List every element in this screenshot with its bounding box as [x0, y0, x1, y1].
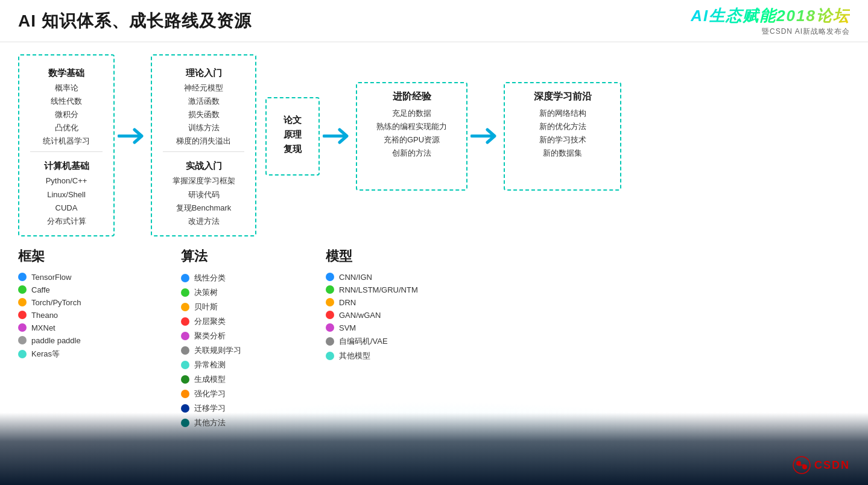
divider2: [163, 151, 244, 152]
math-items: 概率论线性代数微积分凸优化统计机器学习: [30, 81, 103, 148]
legend-item: 贝叶斯: [181, 302, 296, 312]
legend-dot: [18, 350, 27, 358]
header: AI 知识体系、成长路线及资源 AI生态赋能2018论坛 暨CSDN AI新战略…: [0, 0, 868, 42]
advanced-items: 充足的数据熟练的编程实现能力充裕的GPU资源创新的方法: [368, 107, 455, 160]
model-section: 模型 CNN/IGNRNN/LSTM/GRU/NTMDRNGAN/wGANSVM…: [296, 247, 850, 365]
arrow2: [320, 125, 356, 147]
theory-item: 损失函数: [163, 108, 244, 121]
deep-title: 深度学习前沿: [516, 90, 609, 103]
page-title: AI 知识体系、成长路线及资源: [18, 10, 252, 33]
math-title: 数学基础: [30, 68, 103, 79]
legend-dot: [181, 288, 189, 297]
theory-item: 激活函数: [163, 95, 244, 108]
legend-label: 强化学习: [194, 388, 226, 399]
practice-item: 研读代码: [163, 188, 244, 201]
legend-label: 迁移学习: [194, 403, 226, 414]
algorithm-section: 算法 线性分类决策树贝叶斯分层聚类聚类分析关联规则学习异常检测生成模型强化学习迁…: [163, 247, 296, 432]
legend-label: paddle paddle: [31, 336, 81, 345]
advanced-title: 进阶经验: [368, 90, 455, 103]
legend-item: DRN: [326, 298, 850, 307]
theory-item: 梯度的消失溢出: [163, 135, 244, 148]
deep-item: 新的网络结构: [516, 107, 609, 120]
theory-item: 神经元模型: [163, 81, 244, 95]
math-cs-box: 数学基础 概率论线性代数微积分凸优化统计机器学习 计算机基础 Python/C+…: [18, 54, 115, 236]
legend-dot: [18, 336, 27, 344]
legend-label: 其他方法: [194, 417, 226, 428]
legend-dot: [18, 298, 27, 306]
math-item: 凸优化: [30, 121, 103, 135]
legend-label: SVM: [339, 323, 356, 332]
legend-label: 聚类分析: [194, 331, 226, 341]
paper-box: 论文原理复现: [265, 97, 320, 176]
legend-label: Keras等: [31, 349, 60, 360]
legend-label: Torch/PyTorch: [31, 298, 81, 307]
legend-item: 线性分类: [181, 273, 296, 284]
math-item: 线性代数: [30, 95, 103, 108]
legend-item: 分层聚类: [181, 316, 296, 327]
cs-item: 分布式计算: [30, 215, 103, 228]
divider: [30, 151, 103, 152]
framework-label: 框架: [18, 247, 163, 265]
model-label: 模型: [326, 247, 850, 265]
framework-section: 框架 TensorFlowCaffeTorch/PyTorchTheanoMXN…: [18, 247, 163, 363]
deep-items: 新的网络结构新的优化方法新的学习技术新的数据集: [516, 107, 609, 160]
legend-item: 关联规则学习: [181, 345, 296, 356]
logo-main-text: AI生态赋能2018论坛: [691, 5, 850, 27]
legend-label: 决策树: [194, 287, 218, 298]
legend-item: GAN/wGAN: [326, 311, 850, 320]
legend-label: GAN/wGAN: [339, 311, 381, 320]
csdn-logo-text: CSDN: [814, 459, 850, 472]
legend-item: Theano: [18, 311, 163, 320]
practice-title: 实战入门: [163, 160, 244, 172]
legend-label: 贝叶斯: [194, 302, 218, 312]
legend-item: SVM: [326, 323, 850, 332]
legend-label: MXNet: [31, 323, 55, 332]
advanced-item: 充足的数据: [368, 107, 455, 120]
legend-dot: [181, 390, 189, 398]
legend-label: 异常检测: [194, 360, 226, 370]
roadmap-section: 数学基础 概率论线性代数微积分凸优化统计机器学习 计算机基础 Python/C+…: [18, 54, 850, 236]
legend-item: 强化学习: [181, 388, 296, 399]
legend-dot: [181, 361, 189, 369]
legend-item: 迁移学习: [181, 403, 296, 414]
bottom-section: 框架 TensorFlowCaffeTorch/PyTorchTheanoMXN…: [18, 247, 850, 479]
math-item: 统计机器学习: [30, 135, 103, 148]
framework-list: TensorFlowCaffeTorch/PyTorchTheanoMXNetp…: [18, 273, 163, 360]
advanced-item: 熟练的编程实现能力: [368, 120, 455, 133]
legend-label: CNN/IGN: [339, 273, 372, 282]
legend-dot: [181, 303, 189, 311]
legend-label: Theano: [31, 311, 58, 320]
deep-item: 新的优化方法: [516, 120, 609, 133]
legend-dot: [326, 323, 334, 332]
theory-items: 神经元模型激活函数损失函数训练方法梯度的消失溢出: [163, 81, 244, 148]
math-item: 概率论: [30, 81, 103, 95]
legend-label: 分层聚类: [194, 316, 226, 327]
csdn-logo: CSDN: [793, 456, 850, 474]
practice-item: 改进方法: [163, 215, 244, 228]
legend-item: Torch/PyTorch: [18, 298, 163, 307]
algorithm-list: 线性分类决策树贝叶斯分层聚类聚类分析关联规则学习异常检测生成模型强化学习迁移学习…: [181, 273, 296, 428]
legend-item: 其他模型: [326, 350, 850, 361]
legend-dot: [326, 352, 334, 360]
legend-item: MXNet: [18, 323, 163, 332]
advanced-box: 进阶经验 充足的数据熟练的编程实现能力充裕的GPU资源创新的方法: [356, 82, 467, 191]
legend-dot: [326, 298, 334, 306]
logo-sub-text: 暨CSDN AI新战略发布会: [762, 27, 850, 37]
legend-item: 自编码机/VAE: [326, 336, 850, 347]
legend-dot: [326, 273, 334, 281]
legend-label: Caffe: [31, 285, 50, 294]
advanced-item: 充裕的GPU资源: [368, 133, 455, 147]
practice-item: 复现Benchmark: [163, 201, 244, 215]
legend-item: RNN/LSTM/GRU/NTM: [326, 285, 850, 294]
legend-label: DRN: [339, 298, 356, 307]
legend-item: TensorFlow: [18, 273, 163, 282]
header-logo: AI生态赋能2018论坛 暨CSDN AI新战略发布会: [691, 5, 850, 37]
cs-item: CUDA: [30, 201, 103, 215]
advanced-item: 创新的方法: [368, 147, 455, 160]
legend-item: 其他方法: [181, 417, 296, 428]
legend-dot: [181, 317, 189, 326]
cs-title: 计算机基础: [30, 160, 103, 172]
legend-dot: [326, 337, 334, 346]
legend-dot: [18, 285, 27, 294]
legend-dot: [181, 332, 189, 340]
